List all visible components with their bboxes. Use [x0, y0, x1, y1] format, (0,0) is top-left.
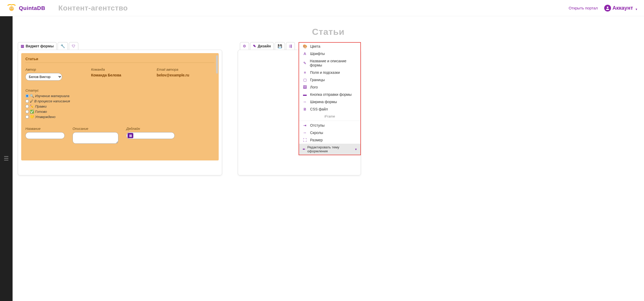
- shield-icon: 🛡: [72, 44, 75, 48]
- desc-textarea[interactable]: [73, 132, 118, 144]
- caret-down-icon: ▼: [355, 148, 357, 151]
- indent-icon: ⇥: [303, 123, 307, 127]
- author-select[interactable]: Белов Виктор: [25, 73, 62, 81]
- status-option-5[interactable]: 💛Утверждено: [25, 115, 214, 119]
- arrows-h-icon: ↔: [303, 100, 307, 104]
- deadline-field-label: Дедлайн: [126, 127, 175, 131]
- arrows-h-icon: ↔: [303, 131, 307, 135]
- tab-form-widget[interactable]: ▥ Виджет формы: [18, 42, 57, 50]
- chevron-down-icon: ▼: [635, 8, 638, 11]
- menu-size[interactable]: ⛶Размер: [299, 136, 360, 144]
- menu-separator: [299, 121, 360, 121]
- brand-name: QuintaDB: [19, 5, 45, 11]
- menu-iframe-heading: iFrame: [299, 113, 360, 120]
- tab-save[interactable]: 💾: [275, 42, 285, 50]
- share-icon: ⇶: [289, 44, 292, 48]
- svg-point-4: [12, 8, 13, 8]
- status-option-1[interactable]: 🔍Изучение материала: [25, 94, 214, 98]
- expand-icon: ⛶: [303, 138, 307, 142]
- menu-colors[interactable]: 🎨Цвета: [299, 43, 360, 50]
- svg-point-5: [607, 7, 608, 8]
- left-rail: ☰: [0, 16, 13, 301]
- list-icon: ≡: [303, 70, 307, 75]
- tab-share[interactable]: ⇶: [286, 42, 295, 50]
- tab-design-label: Дизайн: [258, 44, 271, 48]
- menu-borders[interactable]: ▢Границы: [299, 76, 360, 83]
- menu-logo[interactable]: 🖼Лого: [299, 83, 360, 91]
- form-preview: Статьи Автор Белов Виктор Команда Команд…: [21, 53, 219, 160]
- heart-icon: 💛: [30, 115, 34, 119]
- workspace-title: Контент-агентство: [58, 4, 128, 12]
- scrollbar[interactable]: [216, 55, 218, 74]
- pencil-icon: ✏️: [30, 104, 34, 108]
- desc-field-label: Описание: [73, 127, 118, 131]
- menu-width[interactable]: ↔Ширина формы: [299, 98, 360, 105]
- form-title: Статьи: [25, 57, 214, 63]
- pen-icon: 🖊: [30, 99, 33, 103]
- magnifier-icon: 🔍: [30, 94, 34, 98]
- tab-settings[interactable]: ⚙: [240, 42, 249, 50]
- square-icon: ▢: [303, 78, 307, 82]
- brush-icon: ✎: [253, 44, 256, 48]
- tab-form-widget-label: Виджет формы: [26, 44, 54, 48]
- image-icon: 🖼: [303, 85, 307, 89]
- menu-fonts[interactable]: AШрифты: [299, 50, 360, 57]
- menu-title-desc[interactable]: ✎Название и описание формы: [299, 57, 360, 69]
- brand-logo-icon: [6, 3, 17, 13]
- status-label: Статус: [25, 88, 214, 92]
- menu-submit[interactable]: ▬Кнопка отправки формы: [299, 91, 360, 98]
- check-icon: ✅: [30, 110, 34, 114]
- menu-padding[interactable]: ⇥Отступы: [299, 122, 360, 129]
- status-option-3[interactable]: ✏️Правки: [25, 104, 214, 108]
- deadline-input[interactable]: ▦: [126, 132, 175, 139]
- feather-icon: ✒: [302, 147, 306, 151]
- svg-point-0: [9, 6, 14, 11]
- pencil-icon: ✎: [303, 61, 307, 65]
- tab-shield[interactable]: 🛡: [69, 42, 78, 50]
- menu-scrolls[interactable]: ↔Скролы: [299, 129, 360, 136]
- status-option-4[interactable]: ✅Готово: [25, 110, 214, 114]
- menu-css[interactable]: 🗎CSS файл: [299, 105, 360, 113]
- tab-design[interactable]: ✎ Дизайн: [250, 42, 274, 50]
- edit-theme-button[interactable]: ✒ Редактировать тему оформления ▼: [299, 144, 360, 155]
- minus-icon: ▬: [303, 92, 307, 97]
- svg-point-3: [10, 8, 11, 8]
- save-icon: 💾: [278, 44, 282, 48]
- team-label: Команда: [91, 68, 149, 71]
- account-label: Аккаунт: [613, 5, 633, 11]
- window-icon: ▥: [21, 44, 24, 48]
- gears-icon: ⚙: [243, 44, 246, 48]
- email-value: belov@example.ru: [157, 73, 214, 77]
- name-field-label: Название: [25, 127, 65, 131]
- account-menu[interactable]: Аккаунт ▼: [604, 5, 638, 12]
- hamburger-icon[interactable]: ☰: [4, 155, 9, 162]
- wrench-icon: 🔧: [60, 44, 65, 48]
- open-portal-link[interactable]: Открыть портал: [569, 6, 598, 10]
- team-value: Команда Белова: [91, 73, 149, 77]
- page-title: Статьи: [18, 27, 639, 37]
- palette-icon: 🎨: [303, 44, 307, 48]
- app-header: QuintaDB Контент-агентство Открыть порта…: [0, 0, 644, 16]
- form-preview-panel: Статьи Автор Белов Виктор Команда Команд…: [18, 50, 222, 175]
- left-tabs: ▥ Виджет формы 🔧 🛡: [18, 42, 222, 50]
- tab-tools[interactable]: 🔧: [58, 42, 68, 50]
- menu-fields[interactable]: ≡Поля и подсказки: [299, 69, 360, 76]
- font-icon: A: [303, 52, 307, 56]
- logo-area[interactable]: QuintaDB: [6, 3, 45, 13]
- email-label: Email автора: [157, 68, 214, 71]
- account-avatar-icon: [604, 5, 611, 12]
- status-option-2[interactable]: 🖊В процессе написания: [25, 99, 214, 103]
- name-input[interactable]: [25, 132, 65, 139]
- calendar-icon: ▦: [128, 133, 133, 138]
- file-icon: 🗎: [303, 107, 307, 111]
- design-dropdown-menu: 🎨Цвета AШрифты ✎Название и описание форм…: [299, 42, 361, 155]
- author-label: Автор: [25, 68, 83, 71]
